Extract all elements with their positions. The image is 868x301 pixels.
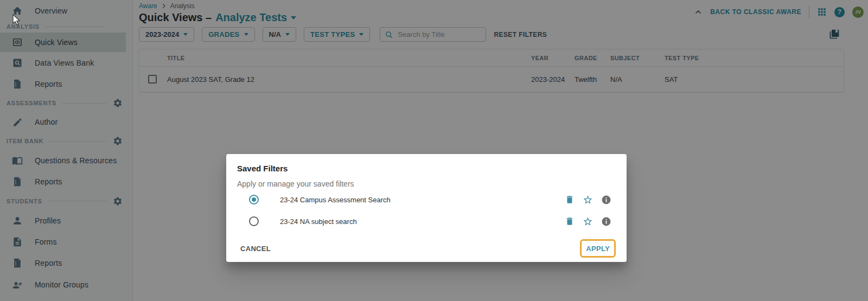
- dialog-actions: CANCEL APPLY: [237, 239, 616, 258]
- dialog-title: Saved Filters: [237, 164, 616, 173]
- cancel-button[interactable]: CANCEL: [237, 240, 274, 257]
- radio-selected[interactable]: [249, 195, 259, 204]
- radio-unselected[interactable]: [249, 216, 259, 226]
- saved-filter-option: 23-24 Campus Assessment Search: [237, 189, 616, 210]
- dialog-subtitle: Apply or manage your saved filters: [237, 180, 616, 188]
- info-icon[interactable]: [601, 216, 611, 227]
- star-icon[interactable]: [583, 216, 593, 227]
- saved-filter-label: 23-24 Campus Assessment Search: [280, 196, 565, 204]
- saved-filter-option: 23-24 NA subject search: [237, 211, 616, 232]
- saved-filters-dialog: Saved Filters Apply or manage your saved…: [226, 154, 627, 262]
- star-icon[interactable]: [583, 195, 593, 205]
- saved-filter-label: 23-24 NA subject search: [280, 217, 565, 226]
- delete-icon[interactable]: [565, 195, 575, 204]
- delete-icon[interactable]: [565, 216, 575, 226]
- app-screen: Overview ANALYSIS Quick Views Data Views…: [0, 0, 868, 301]
- apply-button-label: APPLY: [586, 245, 610, 253]
- info-icon[interactable]: [601, 195, 611, 205]
- apply-button[interactable]: APPLY: [580, 239, 616, 258]
